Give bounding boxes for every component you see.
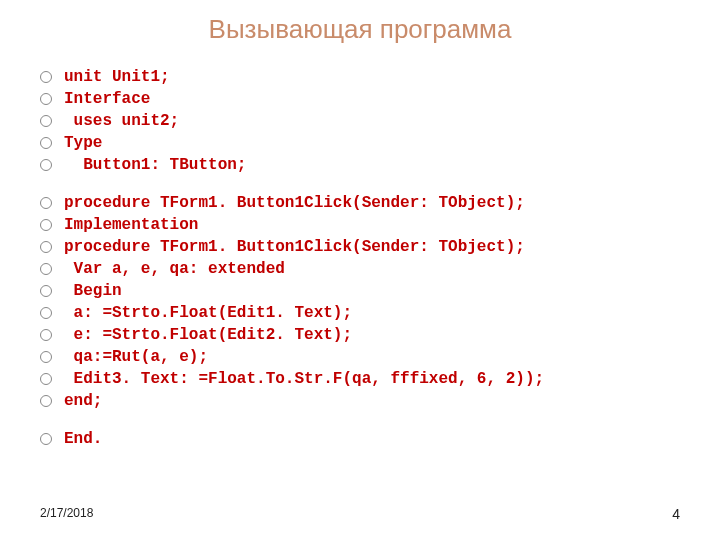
code-text: unit Unit1;: [64, 67, 170, 87]
bullet-icon: [40, 219, 52, 231]
code-line: Edit3. Text: =Float.To.Str.F(qa, fffixed…: [40, 369, 680, 389]
code-line: unit Unit1;: [40, 67, 680, 87]
code-line: e: =Strto.Float(Edit2. Text);: [40, 325, 680, 345]
code-line: Implementation: [40, 215, 680, 235]
code-text: End.: [64, 429, 102, 449]
bullet-icon: [40, 71, 52, 83]
bullet-icon: [40, 285, 52, 297]
footer-page-number: 4: [672, 506, 680, 522]
bullet-icon: [40, 307, 52, 319]
code-listing: unit Unit1; Interface uses unit2; Type B…: [0, 67, 720, 449]
code-text: procedure TForm1. Button1Click(Sender: T…: [64, 193, 525, 213]
bullet-icon: [40, 433, 52, 445]
code-text: uses unit2;: [64, 111, 179, 131]
bullet-icon: [40, 351, 52, 363]
code-text: e: =Strto.Float(Edit2. Text);: [64, 325, 352, 345]
code-line: Button1: TButton;: [40, 155, 680, 175]
code-line: end;: [40, 391, 680, 411]
code-line: procedure TForm1. Button1Click(Sender: T…: [40, 237, 680, 257]
code-text: Edit3. Text: =Float.To.Str.F(qa, fffixed…: [64, 369, 544, 389]
code-text: Button1: TButton;: [64, 155, 246, 175]
bullet-icon: [40, 159, 52, 171]
footer-date: 2/17/2018: [40, 506, 93, 522]
bullet-icon: [40, 329, 52, 341]
code-line: Begin: [40, 281, 680, 301]
bullet-icon: [40, 197, 52, 209]
code-line: Var a, e, qa: extended: [40, 259, 680, 279]
code-line: qa:=Rut(a, e);: [40, 347, 680, 367]
code-text: Interface: [64, 89, 150, 109]
bullet-icon: [40, 93, 52, 105]
code-line: Type: [40, 133, 680, 153]
code-line: End.: [40, 429, 680, 449]
code-line: a: =Strto.Float(Edit1. Text);: [40, 303, 680, 323]
code-text: Begin: [64, 281, 122, 301]
code-text: end;: [64, 391, 102, 411]
bullet-icon: [40, 395, 52, 407]
code-line: Interface: [40, 89, 680, 109]
code-text: Var a, e, qa: extended: [64, 259, 285, 279]
slide-footer: 2/17/2018 4: [40, 506, 680, 522]
bullet-icon: [40, 115, 52, 127]
bullet-icon: [40, 137, 52, 149]
code-line: procedure TForm1. Button1Click(Sender: T…: [40, 193, 680, 213]
bullet-icon: [40, 241, 52, 253]
bullet-icon: [40, 373, 52, 385]
slide-title: Вызывающая программа: [0, 0, 720, 67]
code-line: uses unit2;: [40, 111, 680, 131]
code-text: procedure TForm1. Button1Click(Sender: T…: [64, 237, 525, 257]
code-text: Type: [64, 133, 102, 153]
bullet-icon: [40, 263, 52, 275]
code-text: Implementation: [64, 215, 198, 235]
code-text: a: =Strto.Float(Edit1. Text);: [64, 303, 352, 323]
code-text: qa:=Rut(a, e);: [64, 347, 208, 367]
